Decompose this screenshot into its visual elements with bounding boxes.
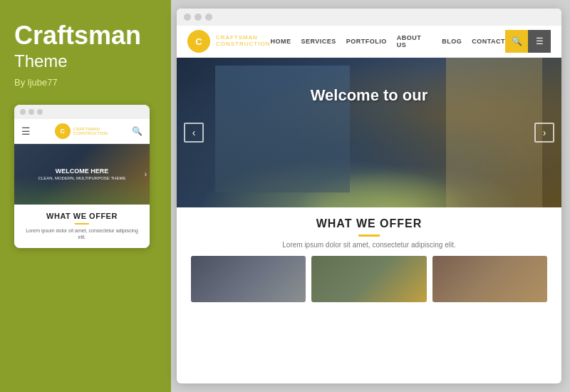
left-arrow-icon: ‹: [192, 127, 196, 138]
theme-author: By ljube77: [14, 77, 157, 88]
offer-image-1: [191, 256, 306, 302]
desktop-nav-icons: 🔍 ☰: [505, 30, 551, 53]
desktop-top-bar: [177, 9, 561, 26]
desktop-dot-2: [195, 14, 202, 21]
right-arrow-icon: ›: [543, 127, 546, 138]
right-panel: C CRAFTSMAN CONSTRUCTION HOME SERVICES P…: [171, 0, 570, 392]
mobile-hero: WELCOME HERE CLEAN, MODERN, MULTIPURPOSE…: [14, 144, 150, 205]
mobile-offer-divider: [75, 223, 89, 225]
mobile-logo-text: CRAFTSMAN CONSTRUCTION: [73, 127, 108, 135]
menu-icon: ☰: [536, 36, 544, 46]
mobile-search-icon[interactable]: 🔍: [132, 126, 142, 136]
mobile-dot-1: [20, 109, 26, 115]
desktop-logo-circle: C: [187, 30, 210, 53]
nav-link-about[interactable]: ABOUT US: [397, 34, 432, 48]
desktop-offer-title: WHAT WE OFFER: [191, 217, 547, 230]
desktop-hero-arrow-left[interactable]: ‹: [184, 123, 204, 143]
desktop-menu-button[interactable]: ☰: [528, 30, 551, 53]
mobile-dot-3: [37, 109, 43, 115]
desktop-offer-divider: [358, 234, 380, 237]
building-overlay: [177, 58, 561, 207]
offer-image-2: [311, 256, 426, 302]
desktop-hero-arrow-right[interactable]: ›: [534, 123, 554, 143]
theme-subtitle: Theme: [14, 51, 157, 71]
desktop-offer-images: [191, 256, 547, 302]
desktop-logo: C CRAFTSMAN CONSTRUCTION: [187, 30, 270, 53]
desktop-window: C CRAFTSMAN CONSTRUCTION HOME SERVICES P…: [177, 9, 561, 383]
desktop-hero: Welcome to our ‹ ›: [177, 58, 561, 207]
mobile-preview: ☰ C CRAFTSMAN CONSTRUCTION 🔍 WELCOME HER…: [14, 105, 150, 249]
mobile-offer-text: Lorem ipsum dolor sit amet, consectetur …: [21, 227, 142, 242]
desktop-nav: C CRAFTSMAN CONSTRUCTION HOME SERVICES P…: [177, 26, 561, 58]
nav-link-home[interactable]: HOME: [270, 38, 291, 45]
nav-link-blog[interactable]: BLOG: [442, 38, 462, 45]
theme-title: Craftsman: [14, 21, 157, 50]
mobile-hamburger-icon[interactable]: ☰: [21, 125, 31, 137]
desktop-search-button[interactable]: 🔍: [505, 30, 528, 53]
desktop-offer-text: Lorem ipsum dolor sit amet, consectetur …: [191, 241, 547, 249]
desktop-dot-3: [205, 14, 212, 21]
mobile-dot-2: [28, 109, 34, 115]
desktop-logo-text: CRAFTSMAN CONSTRUCTION: [216, 35, 270, 48]
mobile-nav: ☰ C CRAFTSMAN CONSTRUCTION 🔍: [14, 119, 150, 144]
mobile-logo: C CRAFTSMAN CONSTRUCTION: [55, 123, 108, 139]
mobile-top-bar: [14, 105, 150, 119]
desktop-nav-links: HOME SERVICES PORTFOLIO ABOUT US BLOG CO…: [270, 34, 505, 48]
desktop-dot-1: [184, 14, 191, 21]
nav-link-portfolio[interactable]: PORTFOLIO: [346, 38, 387, 45]
mobile-hero-arrow[interactable]: ›: [145, 170, 147, 178]
nav-link-contact[interactable]: CONTACT: [472, 38, 505, 45]
offer-image-3: [432, 256, 547, 302]
mobile-offer-section: WHAT WE OFFER Lorem ipsum dolor sit amet…: [14, 205, 150, 249]
desktop-offer-section: WHAT WE OFFER Lorem ipsum dolor sit amet…: [177, 207, 561, 309]
mobile-logo-circle: C: [55, 123, 71, 139]
desktop-hero-text: Welcome to our: [177, 86, 561, 105]
left-panel: Craftsman Theme By ljube77 ☰ C CRAFTSMAN…: [0, 0, 171, 392]
mobile-hero-text: WELCOME HERE CLEAN, MODERN, MULTIPURPOSE…: [38, 167, 126, 180]
mobile-offer-title: WHAT WE OFFER: [21, 212, 142, 220]
search-icon: 🔍: [512, 36, 522, 46]
nav-link-services[interactable]: SERVICES: [301, 38, 336, 45]
